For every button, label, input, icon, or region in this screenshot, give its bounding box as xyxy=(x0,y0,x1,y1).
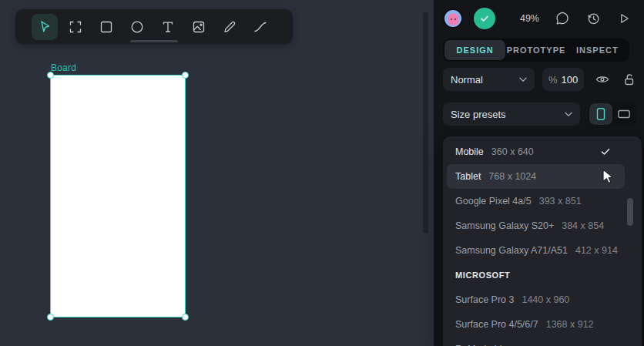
blend-mode-value: Normal xyxy=(451,74,483,86)
tab-inspect[interactable]: INSPECT xyxy=(567,40,628,60)
menu-item-google-pixel[interactable]: Google Pixel 4a/5 393 x 851 xyxy=(447,189,625,213)
menu-item-surface-pro-3[interactable]: Surface Pro 3 1440 x 960 xyxy=(447,287,625,312)
check-icon xyxy=(478,12,491,25)
menu-item-samsung-s20[interactable]: Samsung Galaxy S20+ 384 x 854 xyxy=(447,213,625,238)
size-presets-label: Size presets xyxy=(451,109,506,120)
rectangle-tool-button[interactable] xyxy=(91,9,122,44)
frame-tool-icon xyxy=(62,14,89,40)
size-presets-select[interactable]: Size presets xyxy=(443,102,580,126)
phone-landscape-icon xyxy=(616,106,632,122)
right-panel: 49% DESIGN PROTOTYPE INSPECT Normal % 10… xyxy=(434,0,644,346)
menu-section-microsoft: MICROSOFT xyxy=(447,263,625,287)
text-tool-button[interactable] xyxy=(153,9,183,44)
ellipse-tool-icon xyxy=(124,14,150,40)
comment-icon[interactable] xyxy=(555,11,570,26)
ellipse-tool-button[interactable] xyxy=(122,9,153,44)
menu-scrollbar-thumb[interactable] xyxy=(627,198,633,226)
opacity-input[interactable]: % 100 xyxy=(542,68,584,91)
frame-tool-button[interactable] xyxy=(60,9,91,44)
user-avatar[interactable] xyxy=(443,8,463,29)
play-icon[interactable] xyxy=(616,11,632,26)
checkmark-icon xyxy=(601,148,610,156)
chevron-down-icon xyxy=(519,77,527,82)
resize-handle-top-right[interactable] xyxy=(182,72,189,79)
tools-toolbar xyxy=(15,9,293,44)
board-label[interactable]: Board xyxy=(51,62,76,73)
text-tool-icon xyxy=(155,14,181,40)
rectangle-tool-icon xyxy=(93,14,119,40)
tab-design[interactable]: DESIGN xyxy=(444,40,505,60)
phone-portrait-icon xyxy=(593,106,609,122)
menu-item-mobile[interactable]: Mobile 360 x 640 xyxy=(447,139,625,164)
chevron-down-icon xyxy=(565,112,572,117)
zoom-level[interactable]: 49% xyxy=(520,13,539,24)
confirm-button[interactable] xyxy=(474,8,495,29)
panel-top-bar: 49% xyxy=(434,0,644,37)
history-icon[interactable] xyxy=(585,11,601,26)
pencil-tool-button[interactable] xyxy=(214,9,245,44)
canvas-vertical-scrollbar[interactable] xyxy=(423,12,428,233)
resize-handle-bottom-right[interactable] xyxy=(182,314,189,321)
image-tool-icon xyxy=(186,14,212,40)
mode-tabs: DESIGN PROTOTYPE INSPECT xyxy=(443,39,629,62)
resize-handle-bottom-left[interactable] xyxy=(47,314,54,321)
resize-handle-top-left[interactable] xyxy=(47,72,54,79)
menu-item-tablet[interactable]: Tablet 768 x 1024 xyxy=(447,164,625,189)
landscape-orientation-button[interactable] xyxy=(612,103,636,125)
portrait-orientation-button[interactable] xyxy=(589,103,612,125)
cursor-tool-icon xyxy=(32,14,58,40)
orientation-toggle xyxy=(589,102,636,126)
menu-item-remarkable[interactable]: ReMarkable xyxy=(447,337,625,346)
curve-tool-icon xyxy=(247,14,273,40)
opacity-symbol: % xyxy=(548,74,558,86)
eye-icon[interactable] xyxy=(595,72,610,87)
board-frame[interactable] xyxy=(50,75,186,317)
size-presets-row: Size presets xyxy=(443,102,636,126)
toolbar-drag-handle[interactable] xyxy=(130,40,178,42)
image-tool-button[interactable] xyxy=(183,9,214,44)
blend-opacity-row: Normal % 100 xyxy=(443,68,636,91)
tab-prototype[interactable]: PROTOTYPE xyxy=(505,40,566,60)
blend-mode-select[interactable]: Normal xyxy=(443,68,535,91)
cursor-tool-button[interactable] xyxy=(29,9,60,44)
size-presets-menu: Mobile 360 x 640 Tablet 768 x 1024 Googl… xyxy=(443,136,642,346)
menu-item-samsung-a71[interactable]: Samsung Galaxy A71/A51 412 x 914 xyxy=(447,238,625,263)
pencil-tool-icon xyxy=(216,14,243,40)
unlock-icon[interactable] xyxy=(621,72,636,87)
curve-tool-button[interactable] xyxy=(245,9,276,44)
opacity-value: 100 xyxy=(561,74,578,86)
canvas-area[interactable]: Board xyxy=(0,0,434,346)
avatar-face xyxy=(448,13,459,25)
menu-item-surface-pro-4567[interactable]: Surface Pro 4/5/6/7 1368 x 912 xyxy=(447,312,625,337)
